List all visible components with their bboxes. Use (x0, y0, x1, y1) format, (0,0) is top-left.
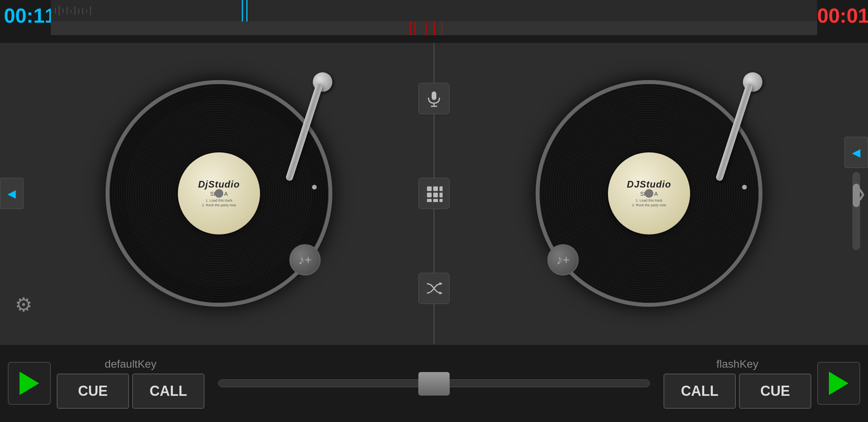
svg-rect-2 (59, 6, 60, 16)
bottom-controls: defaultKey CUE CALL flashKey CALL CUE (0, 344, 868, 422)
left-vinyl-brand: DjStudio (198, 179, 240, 190)
mic-button[interactable] (418, 83, 450, 114)
right-play-icon (829, 372, 848, 395)
right-nav-button[interactable]: ◀ (845, 137, 868, 168)
left-deck-controls: defaultKey CUE CALL (57, 358, 204, 409)
left-cue-button[interactable]: CUE (57, 374, 129, 409)
svg-marker-30 (439, 291, 443, 295)
turntable-right[interactable]: DJStudio SIDE A 1. Load this track2. Roc… (536, 80, 762, 307)
svg-rect-12 (51, 21, 817, 35)
svg-rect-8 (82, 7, 83, 14)
svg-rect-25 (439, 193, 443, 197)
left-cue-call-buttons: CUE CALL (57, 374, 204, 409)
svg-rect-24 (433, 193, 438, 197)
svg-rect-9 (86, 9, 87, 13)
tonearm-right (708, 68, 794, 193)
waveform-bar: 00:11 (0, 0, 868, 43)
svg-rect-0 (51, 0, 817, 21)
left-play-button[interactable] (8, 362, 51, 405)
add-music-left-button[interactable]: ♪+ (289, 244, 321, 275)
chevron-left-icon: ◀ (7, 187, 16, 200)
grid-icon (425, 185, 443, 202)
svg-rect-22 (439, 186, 443, 191)
left-vinyl-track: 1. Load this track2. Rock the party now (202, 198, 236, 207)
right-cue-call-buttons: CALL CUE (664, 374, 811, 409)
svg-rect-21 (433, 186, 438, 191)
svg-rect-5 (70, 10, 72, 13)
right-call-button[interactable]: CALL (664, 374, 736, 409)
svg-rect-17 (432, 91, 436, 100)
chevron-right-icon: ❯ (856, 187, 866, 200)
shuffle-icon (425, 280, 443, 297)
svg-rect-23 (427, 193, 432, 197)
turntable-left[interactable]: DjStudio SIDE A 1. Load this track2. Roc… (106, 80, 332, 307)
chevron-right-deck-icon: ◀ (852, 146, 861, 159)
settings-button[interactable]: ⚙ (8, 289, 39, 320)
svg-rect-27 (433, 199, 438, 202)
right-play-button[interactable] (817, 362, 860, 405)
mic-icon (425, 90, 443, 107)
panel-collapse-button[interactable]: ❯ (856, 187, 866, 200)
svg-rect-4 (66, 7, 68, 14)
svg-rect-6 (74, 7, 75, 15)
svg-marker-29 (439, 282, 443, 285)
crossfader-track[interactable] (218, 379, 650, 387)
right-deck-controls: flashKey CALL CUE (664, 358, 811, 409)
svg-rect-10 (90, 6, 91, 15)
time-right: 00:01 (817, 4, 864, 27)
svg-rect-7 (78, 9, 79, 14)
time-left: 00:11 (4, 4, 51, 27)
add-music-right-button[interactable]: ♪+ (547, 244, 579, 275)
left-deck-label: defaultKey (105, 358, 156, 370)
deck-right: DJStudio SIDE A 1. Load this track2. Roc… (454, 43, 868, 344)
shuffle-button[interactable] (418, 273, 450, 304)
left-play-icon (20, 372, 39, 395)
right-cue-button[interactable]: CUE (739, 374, 811, 409)
svg-rect-3 (63, 9, 64, 13)
right-scrollbar[interactable] (852, 172, 860, 250)
tonearm-left (278, 68, 364, 193)
crossfader-container (210, 368, 658, 399)
waveform-container[interactable] (51, 0, 817, 43)
left-nav-button[interactable]: ◀ (0, 178, 23, 209)
right-deck-label: flashKey (716, 358, 758, 370)
right-vinyl-track: 1. Load this track2. Rock the party now (632, 198, 666, 207)
deck-left: ◀ DjStudio SIDE A 1. Load this track2. R… (0, 43, 414, 344)
left-call-button[interactable]: CALL (132, 374, 204, 409)
left-nav: ◀ (0, 178, 23, 209)
svg-rect-1 (55, 8, 56, 14)
add-music-right-icon: ♪+ (556, 253, 570, 267)
grid-button[interactable] (418, 178, 450, 209)
svg-rect-26 (427, 199, 432, 202)
right-vinyl-brand: DJStudio (627, 179, 671, 190)
waveform-top[interactable] (51, 0, 817, 21)
svg-rect-20 (427, 186, 432, 191)
svg-rect-28 (439, 199, 443, 202)
crossfader-thumb[interactable] (418, 372, 450, 395)
add-music-left-icon: ♪+ (298, 253, 312, 267)
settings-icon: ⚙ (15, 293, 32, 316)
center-controls (414, 43, 454, 344)
main-area: ◀ DjStudio SIDE A 1. Load this track2. R… (0, 43, 868, 344)
waveform-bottom[interactable] (51, 21, 817, 35)
